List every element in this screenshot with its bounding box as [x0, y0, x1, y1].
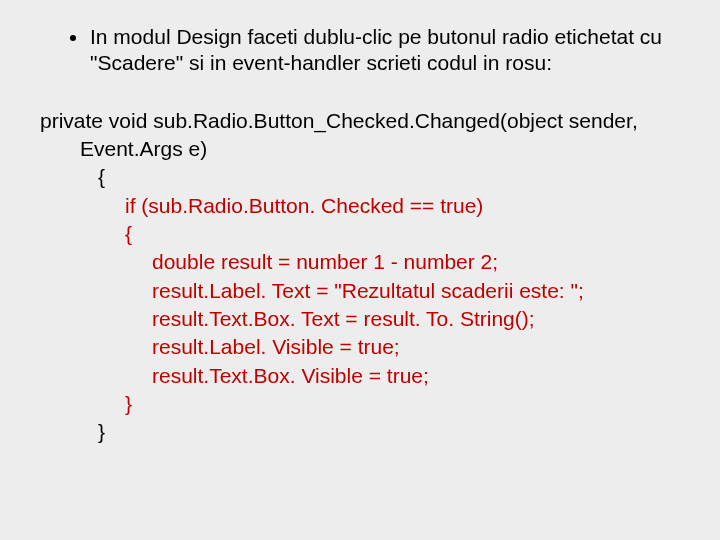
code-if-brace-open: {: [125, 220, 680, 248]
code-brace-close: }: [98, 418, 680, 446]
code-stmt-4: result.Label. Visible = true;: [152, 333, 680, 361]
code-stmt-5: result.Text.Box. Visible = true;: [152, 362, 680, 390]
bullet-dot-icon: [70, 35, 76, 41]
code-brace-open: {: [98, 163, 680, 191]
bullet-text: In modul Design faceti dublu-clic pe but…: [90, 24, 680, 77]
code-stmt-2: result.Label. Text = "Rezultatul scaderi…: [152, 277, 680, 305]
code-signature-line-1: private void sub.Radio.Button_Checked.Ch…: [40, 107, 680, 135]
bullet-block: In modul Design faceti dublu-clic pe but…: [70, 24, 680, 77]
slide: In modul Design faceti dublu-clic pe but…: [0, 0, 720, 540]
code-if-line: if (sub.Radio.Button. Checked == true): [125, 192, 680, 220]
code-signature-line-2: Event.Args e): [80, 135, 680, 163]
code-if-brace-close: }: [125, 390, 680, 418]
code-block: private void sub.Radio.Button_Checked.Ch…: [40, 107, 680, 447]
code-stmt-3: result.Text.Box. Text = result. To. Stri…: [152, 305, 680, 333]
code-stmt-1: double result = number 1 - number 2;: [152, 248, 680, 276]
bullet-item: In modul Design faceti dublu-clic pe but…: [70, 24, 680, 77]
